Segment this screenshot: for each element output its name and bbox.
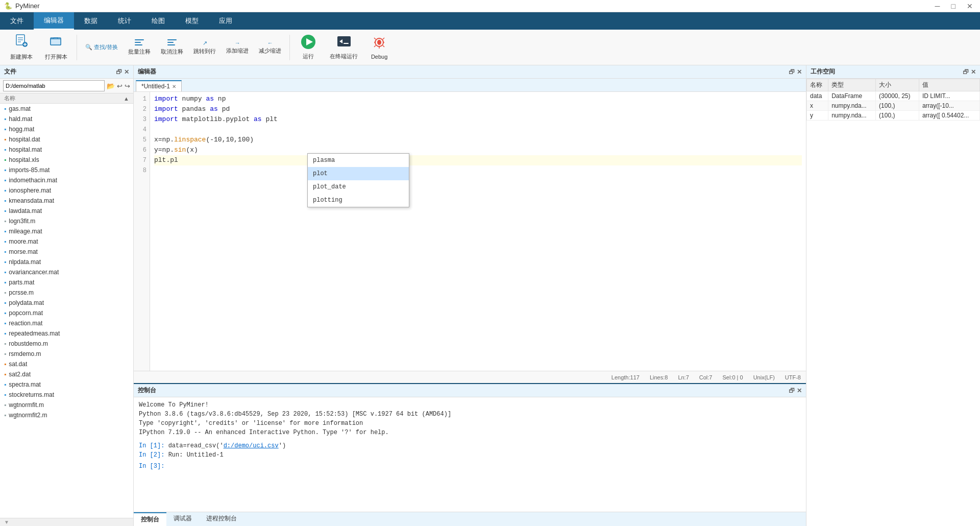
console-close-icon[interactable]: ✕ xyxy=(797,387,802,394)
table-row[interactable]: data DataFrame (30000, 25) ID LIMIT... xyxy=(807,91,980,101)
file-name: popcorn.mat xyxy=(9,309,43,317)
path-input[interactable] xyxy=(3,80,105,91)
list-item[interactable]: ▪ spectra.mat xyxy=(0,379,133,390)
file-name: wgtnormfit2.m xyxy=(9,412,47,419)
close-button[interactable]: ✕ xyxy=(964,1,976,11)
menu-file[interactable]: 文件 xyxy=(0,12,34,30)
list-item[interactable]: ▪ hospital.mat xyxy=(0,145,133,155)
path-back-icon[interactable]: ↩ xyxy=(117,82,122,90)
console-ipython: IPython 7.19.0 -- An enhanced Interactiv… xyxy=(139,428,801,437)
list-item[interactable]: ▪ gas.mat xyxy=(0,104,133,114)
list-item[interactable]: ▪ sat2.dat xyxy=(0,369,133,379)
menu-app[interactable]: 应用 xyxy=(209,12,242,30)
goto-button[interactable]: ↗ 跳转到行 xyxy=(189,32,220,63)
console-tab-debugger[interactable]: 调试器 xyxy=(166,512,199,526)
list-item[interactable]: ▪ ovariancancer.mat xyxy=(0,267,133,277)
menu-model[interactable]: 模型 xyxy=(175,12,209,30)
menu-data[interactable]: 数据 xyxy=(74,12,108,30)
list-item[interactable]: ▪ polydata.mat xyxy=(0,298,133,308)
list-item[interactable]: ▪ moore.mat xyxy=(0,236,133,247)
console-tab-process[interactable]: 进程控制台 xyxy=(199,512,244,526)
file-icon: ▪ xyxy=(4,126,6,133)
file-panel-close-icon[interactable]: ✕ xyxy=(124,68,129,76)
list-item[interactable]: ▪ morse.mat xyxy=(0,247,133,257)
console-link-csv[interactable]: d:/demo/uci.csv xyxy=(224,442,279,449)
autocomplete-item-plotting[interactable]: plotting xyxy=(308,194,409,207)
find-replace-button[interactable]: 🔍 查找/替换 xyxy=(81,32,122,63)
table-row[interactable]: y numpy.nda... (100,) array([ 0.54402... xyxy=(807,111,980,121)
list-item[interactable]: ▪ wgtnormfit2.m xyxy=(0,410,133,420)
file-list-header: 名称 ▲ xyxy=(0,93,133,104)
status-lines: Lines:8 xyxy=(650,374,668,380)
new-script-button[interactable]: 新建脚本 xyxy=(5,32,38,63)
list-item[interactable]: ▪ hogg.mat xyxy=(0,124,133,134)
run-button[interactable]: 运行 xyxy=(294,32,323,63)
minimize-button[interactable]: ─ xyxy=(932,1,943,11)
list-item[interactable]: ▪ pcrsse.m xyxy=(0,288,133,298)
file-panel-scrollbar[interactable]: ▼ xyxy=(0,518,133,526)
list-item[interactable]: ▪ imports-85.mat xyxy=(0,165,133,175)
file-name: indomethacin.mat xyxy=(9,177,57,184)
file-name: polydata.mat xyxy=(9,299,44,306)
autocomplete-dropdown[interactable]: plasma plot plot_date plotting xyxy=(307,153,409,207)
list-item[interactable]: ▪ ionosphere.mat xyxy=(0,185,133,196)
list-item[interactable]: ▪ sat.dat xyxy=(0,359,133,369)
workspace-restore-icon[interactable]: 🗗 xyxy=(963,68,969,76)
debug-button[interactable]: Debug xyxy=(365,32,394,63)
path-forward-icon[interactable]: ↪ xyxy=(125,82,130,90)
list-item[interactable]: ▪ stockreturns.mat xyxy=(0,390,133,400)
list-item[interactable]: ▪ hospital.xls xyxy=(0,155,133,165)
list-item[interactable]: ▪ logn3fit.m xyxy=(0,216,133,226)
ws-row-name: x xyxy=(807,101,828,111)
menu-plot[interactable]: 绘图 xyxy=(141,12,175,30)
console-output[interactable]: Welcome To PyMiner! Python 3.8.6 (tags/v… xyxy=(134,397,806,512)
table-row[interactable]: x numpy.nda... (100,) array([-10... xyxy=(807,101,980,111)
console-panel-title: 控制台 xyxy=(138,386,156,395)
list-item[interactable]: ▪ mileage.mat xyxy=(0,226,133,236)
tab-close-icon[interactable]: ✕ xyxy=(172,84,176,89)
scroll-down-icon[interactable]: ▼ xyxy=(4,519,9,525)
tab-untitled1[interactable]: *Untitled-1 ✕ xyxy=(136,80,182,91)
list-item[interactable]: ▪ wgtnormfit.m xyxy=(0,400,133,410)
cancel-comment-button[interactable]: 取消注释 xyxy=(157,32,187,63)
file-panel-restore-icon[interactable]: 🗗 xyxy=(116,68,122,76)
autocomplete-item-plot-date[interactable]: plot_date xyxy=(308,180,409,194)
list-item[interactable]: ▪ popcorn.mat xyxy=(0,308,133,318)
console-restore-icon[interactable]: 🗗 xyxy=(789,387,795,394)
add-indent-button[interactable]: → 添加缩进 xyxy=(222,32,253,63)
list-item[interactable]: ▪ hospital.dat xyxy=(0,134,133,145)
title-bar-left: 🐍 PyMiner xyxy=(4,2,40,10)
list-item[interactable]: ▪ lawdata.mat xyxy=(0,206,133,216)
autocomplete-item-plot[interactable]: plot xyxy=(308,167,409,180)
menu-editor[interactable]: 编辑器 xyxy=(34,12,74,30)
run-terminal-button[interactable]: 在终端运行 xyxy=(325,32,363,63)
maximize-button[interactable]: □ xyxy=(948,1,959,11)
autocomplete-item-plasma[interactable]: plasma xyxy=(308,154,409,167)
console-tab-console[interactable]: 控制台 xyxy=(134,512,166,526)
file-name: pcrsse.m xyxy=(9,289,34,296)
list-item[interactable]: ▪ hald.mat xyxy=(0,114,133,124)
svg-point-21 xyxy=(377,40,381,45)
batch-comment-button[interactable]: 批量注释 xyxy=(124,32,155,63)
list-item[interactable]: ▪ repeatedmeas.mat xyxy=(0,328,133,339)
list-item[interactable]: ▪ parts.mat xyxy=(0,277,133,288)
file-icon: ▪ xyxy=(4,299,6,306)
path-open-icon[interactable]: 📂 xyxy=(107,82,115,90)
editor-close-icon[interactable]: ✕ xyxy=(797,68,802,76)
code-content[interactable]: import numpy as np import pandas as pd i… xyxy=(150,92,806,371)
menu-stats[interactable]: 统计 xyxy=(108,12,141,30)
status-ln: Ln:7 xyxy=(678,374,689,380)
workspace-close-icon[interactable]: ✕ xyxy=(971,68,976,76)
window-controls[interactable]: ─ □ ✕ xyxy=(932,1,976,11)
editor-restore-icon[interactable]: 🗗 xyxy=(789,68,795,76)
remove-indent-button[interactable]: ← 减少缩进 xyxy=(255,32,285,63)
file-icon: ▪ xyxy=(4,289,6,296)
list-item[interactable]: ▪ robustdemo.m xyxy=(0,339,133,349)
list-item[interactable]: ▪ rsmdemo.m xyxy=(0,349,133,359)
list-item[interactable]: ▪ nlpdata.mat xyxy=(0,257,133,267)
list-item[interactable]: ▪ indomethacin.mat xyxy=(0,175,133,185)
list-item[interactable]: ▪ kmeansdata.mat xyxy=(0,196,133,206)
open-script-button[interactable]: 打开脚本 xyxy=(40,32,72,63)
list-item[interactable]: ▪ reaction.mat xyxy=(0,318,133,328)
file-name: morse.mat xyxy=(9,248,38,255)
